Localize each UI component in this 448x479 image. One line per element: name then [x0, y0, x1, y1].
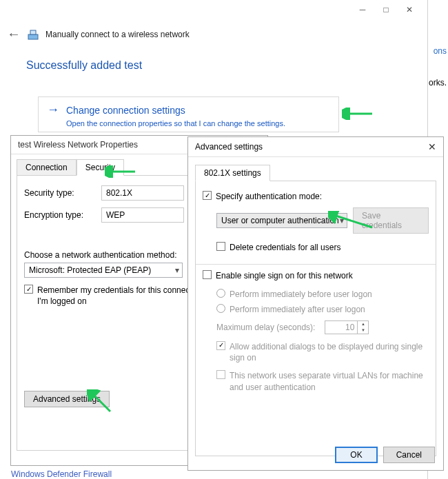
security-type-value[interactable]: 802.1X	[101, 185, 184, 201]
perform-after-label: Perform immediately after user logon	[230, 304, 365, 315]
auth-mode-select[interactable]: User or computer authentication ▾	[216, 213, 347, 228]
change-settings-desc: Open the connection properties so that I…	[66, 119, 330, 128]
back-icon[interactable]: ←	[7, 26, 21, 42]
enable-sso-label: Enable single sign on for this network	[216, 270, 353, 281]
auth-method-select[interactable]: Microsoft: Protected EAP (PEAP) ▾	[24, 263, 183, 278]
specify-auth-mode-label: Specify authentication mode:	[216, 191, 322, 202]
close-icon[interactable]: ✕	[428, 141, 436, 152]
perform-before-radio	[216, 289, 225, 298]
wizard-title: Manually connect to a wireless network	[45, 30, 190, 39]
close-icon[interactable]: ✕	[404, 4, 415, 15]
delete-credentials-label: Delete credentials for all users	[230, 242, 340, 253]
max-delay-label: Maximum delay (seconds):	[216, 323, 315, 332]
delete-credentials-checkbox[interactable]	[216, 242, 225, 251]
security-type-label: Security type:	[24, 188, 101, 198]
separate-vlans-checkbox	[216, 370, 225, 379]
cancel-button[interactable]: Cancel	[383, 447, 435, 463]
remember-credentials-checkbox[interactable]	[24, 285, 33, 294]
enable-sso-checkbox[interactable]	[203, 270, 212, 279]
allow-dialogs-label: Allow additional dialogs to be displayed…	[230, 341, 429, 363]
stepper-down-icon: ▼	[358, 327, 368, 334]
wizard-window: ─ □ ✕ ← Manually connect to a wireless n…	[0, 0, 419, 138]
minimize-icon[interactable]: ─	[357, 4, 368, 15]
advanced-settings-button[interactable]: Advanced settings	[24, 391, 110, 407]
svg-rect-1	[30, 30, 36, 34]
stepper-up-icon: ▲	[358, 321, 368, 327]
specify-auth-mode-checkbox[interactable]	[203, 191, 212, 200]
maximize-icon[interactable]: □	[380, 4, 391, 15]
svg-rect-0	[28, 34, 38, 39]
separate-vlans-label: This network uses separate virtual LANs …	[230, 370, 429, 392]
auth-mode-value: User or computer authentication	[221, 216, 339, 225]
ok-button[interactable]: OK	[335, 447, 377, 463]
perform-after-radio	[216, 304, 225, 313]
auth-method-value: Microsoft: Protected EAP (PEAP)	[29, 265, 151, 275]
chevron-down-icon: ▾	[175, 265, 179, 275]
bg-text-ons: ons	[434, 46, 447, 56]
arrow-right-icon: →	[47, 103, 59, 117]
perform-before-label: Perform immediately before user logon	[230, 289, 372, 300]
wizard-subtitle: Successfully added test	[26, 59, 142, 72]
tab-8021x-settings[interactable]: 802.1X settings	[195, 165, 270, 181]
encryption-type-label: Encryption type:	[24, 210, 101, 220]
8021x-tab-panel: Specify authentication mode: User or com…	[195, 181, 436, 456]
advanced-title: Advanced settings	[195, 142, 263, 152]
max-delay-value: 10	[325, 323, 357, 332]
encryption-type-value[interactable]: WEP	[101, 207, 184, 223]
save-credentials-button: Save credentials	[353, 207, 429, 234]
advanced-settings-dialog: Advanced settings ✕ 802.1X settings Spec…	[187, 136, 444, 471]
bg-text-orks: orks.	[429, 78, 447, 88]
network-icon	[28, 29, 39, 40]
change-settings-box[interactable]: → Change connection settings Open the co…	[38, 96, 339, 132]
tab-connection[interactable]: Connection	[17, 159, 77, 176]
tab-security[interactable]: Security	[77, 159, 124, 176]
chevron-down-icon: ▾	[340, 216, 344, 225]
bottom-text-fragment: Windows Defender Firewall	[11, 469, 112, 479]
change-settings-title: Change connection settings	[66, 105, 185, 116]
max-delay-stepper: 10 ▲▼	[325, 320, 369, 334]
allow-dialogs-checkbox	[216, 341, 225, 350]
